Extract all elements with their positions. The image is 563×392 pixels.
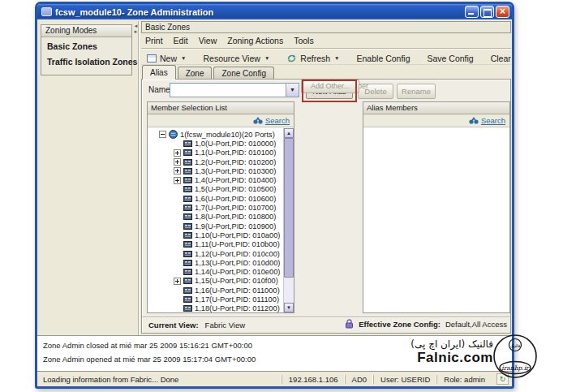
tree-item-label[interactable]: 1,7(U-Port,PID: 010700): [195, 204, 276, 212]
enable-config-label: Enable Config: [357, 54, 410, 63]
tree-row[interactable]: 1,1(U-Port,PID: 010100): [148, 149, 283, 157]
tree-item-label[interactable]: 1,12(U-Port,PID: 010c00): [195, 250, 280, 258]
clear-all-button[interactable]: Clear All: [491, 54, 512, 63]
tree-item-label[interactable]: 1,15(U-Port,PID: 010f00): [195, 277, 278, 285]
scroll-down-icon[interactable]: ▼: [284, 303, 294, 312]
tree-item-label[interactable]: 1,8(U-Port,PID: 010800): [195, 213, 276, 221]
tree-row[interactable]: 1,14(U-Port,PID: 010e00): [148, 267, 283, 276]
splitter[interactable]: [138, 21, 140, 335]
alias-name-combobox[interactable]: ▼: [170, 83, 299, 97]
port-icon: [183, 213, 192, 220]
port-icon: [183, 269, 192, 275]
port-icon: [183, 251, 192, 257]
alias-search-link[interactable]: Search: [481, 116, 505, 125]
port-icon: [183, 287, 192, 294]
save-config-button[interactable]: Save Config: [428, 54, 474, 63]
tree-row[interactable]: 1,11(U-Port,PID: 010b00): [148, 240, 283, 249]
minimize-button[interactable]: [465, 6, 479, 18]
tree-row[interactable]: 1,0(U-Port,PID: 010000): [148, 139, 283, 148]
tree-item-label[interactable]: 1,1(U-Port,PID: 010100): [195, 149, 276, 157]
tree-row[interactable]: 1,15(U-Port,PID: 010f00): [148, 277, 283, 286]
tree-row[interactable]: 1,3(U-Port,PID: 010300): [148, 166, 283, 175]
tree-item-label[interactable]: 1,14(U-Port,PID: 010e00): [195, 268, 280, 276]
chevron-down-icon[interactable]: ▼: [334, 55, 339, 61]
tab[interactable]: Zone Config: [213, 67, 273, 80]
menu-item[interactable]: Tools: [294, 35, 314, 47]
menu-item[interactable]: Zoning Actions: [227, 35, 283, 47]
titlebar[interactable]: fcsw_module10- Zone Administration: [37, 4, 512, 19]
tree-item-label[interactable]: 1,17(U-Port,PID: 011100): [195, 295, 279, 304]
alias-tab-panel: Name ▼ New Alias Delete Rename Member Se…: [141, 79, 511, 334]
tree-item-label[interactable]: 1,2(U-Port,PID: 010200): [195, 158, 276, 166]
tree-item-label[interactable]: 1,9(U-Port,PID: 010900): [195, 222, 276, 230]
new-button[interactable]: New ▼: [147, 54, 186, 63]
menu-item[interactable]: Print: [145, 35, 163, 47]
expand-icon[interactable]: [174, 158, 181, 166]
resource-view-button[interactable]: Resource View ▼: [203, 54, 269, 63]
zoning-modes-panel: Zoning Modes Basic Zones Traffic Isolati…: [41, 24, 132, 75]
tree-item-label[interactable]: 1,10(U-Port,PID: 010a00): [195, 231, 280, 239]
rename-button[interactable]: Rename: [397, 84, 436, 99]
tree-row[interactable]: 1,2(U-Port,PID: 010200): [148, 157, 283, 166]
scrollbar-thumb[interactable]: [284, 138, 294, 278]
tree-item-label[interactable]: 1,11(U-Port,PID: 010b00): [195, 240, 280, 248]
expand-icon[interactable]: [174, 167, 181, 174]
tree-root-label[interactable]: 1(fcsw_module10)(20 Ports): [180, 131, 275, 139]
tree-row[interactable]: 1,13(U-Port,PID: 010d00): [148, 258, 283, 267]
tree-item-label[interactable]: 1,0(U-Port,PID: 010000): [195, 140, 276, 148]
tree-row[interactable]: 1,6(U-Port,PID: 010600): [148, 194, 283, 203]
chevron-down-icon[interactable]: ▼: [181, 55, 186, 61]
tree-row[interactable]: 1,17(U-Port,PID: 011100): [148, 295, 283, 304]
scroll-up-icon[interactable]: ▲: [284, 128, 294, 138]
combo-dropdown-icon[interactable]: ▼: [286, 84, 299, 97]
tab[interactable]: Zone: [178, 67, 213, 80]
tree-row[interactable]: 1,7(U-Port,PID: 010700): [148, 203, 283, 212]
tree-item-label[interactable]: 1,16(U-Port,PID: 011000): [195, 286, 280, 295]
window-title: fcsw_module10- Zone Administration: [55, 7, 463, 17]
tree-row[interactable]: 1,18(U-Port,PID: 011200): [148, 304, 283, 312]
tree-row[interactable]: 1,9(U-Port,PID: 010900): [148, 222, 283, 230]
member-list-scrollbar[interactable]: ▲ ▼: [283, 128, 294, 312]
tree-row[interactable]: 1,10(U-Port,PID: 010a00): [148, 230, 283, 239]
enable-config-button[interactable]: Enable Config: [357, 54, 410, 63]
transfer-button[interactable]: Add Other...: [301, 80, 359, 93]
expand-icon[interactable]: [174, 278, 181, 285]
chevron-down-icon[interactable]: ▼: [264, 55, 269, 61]
tree-item-label[interactable]: 1,5(U-Port,PID: 010500): [195, 185, 276, 193]
tree-item-label[interactable]: 1,6(U-Port,PID: 010600): [195, 195, 276, 203]
binoculars-icon: [253, 117, 263, 124]
alias-name-input[interactable]: [170, 84, 286, 97]
menu-item[interactable]: View: [199, 35, 217, 47]
tree-item-label[interactable]: 1,3(U-Port,PID: 010300): [195, 167, 276, 175]
refresh-button[interactable]: Refresh ▼: [286, 54, 339, 63]
close-button[interactable]: [496, 6, 509, 18]
statusbar: Loading information from Fabric... Done …: [37, 372, 512, 386]
port-icon: [183, 232, 192, 239]
sidebar-item[interactable]: Basic Zones: [47, 41, 131, 51]
alias-search-row: Search: [363, 114, 509, 127]
port-icon: [183, 205, 192, 211]
tree-row[interactable]: 1,16(U-Port,PID: 011000): [148, 286, 283, 295]
tree-row[interactable]: 1,8(U-Port,PID: 010800): [148, 213, 283, 222]
member-search-link[interactable]: Search: [265, 116, 290, 125]
maximize-button[interactable]: [480, 6, 494, 18]
tree-row[interactable]: 1,5(U-Port,PID: 010500): [148, 185, 283, 194]
menu-item[interactable]: Edit: [174, 35, 188, 47]
tab[interactable]: Alias: [142, 65, 176, 80]
tree-item-label[interactable]: 1,4(U-Port,PID: 010400): [195, 176, 276, 184]
tree-root-row[interactable]: 1(fcsw_module10)(20 Ports): [148, 130, 283, 139]
tree-row[interactable]: 1,4(U-Port,PID: 010400): [148, 175, 283, 184]
expand-icon[interactable]: [174, 177, 181, 184]
status-segments: 192.168.1.106 AD0 User: USERID Role: adm…: [282, 373, 509, 385]
tree-item-label[interactable]: 1,18(U-Port,PID: 011200): [195, 304, 280, 312]
zoning-modes-list: Basic Zones Traffic Isolation Zones: [41, 37, 131, 67]
sidebar-item[interactable]: Traffic Isolation Zones: [47, 57, 131, 67]
collapse-icon[interactable]: [159, 131, 166, 138]
tree-row[interactable]: 1,12(U-Port,PID: 010c00): [148, 249, 283, 258]
alias-list-body[interactable]: [363, 128, 509, 312]
save-config-label: Save Config: [428, 54, 474, 63]
status-user: User: USERID: [373, 375, 436, 384]
expand-icon[interactable]: [174, 149, 181, 157]
stamp-site-text: iranhp.ir: [501, 364, 530, 372]
tree-item-label[interactable]: 1,13(U-Port,PID: 010d00): [195, 259, 280, 267]
